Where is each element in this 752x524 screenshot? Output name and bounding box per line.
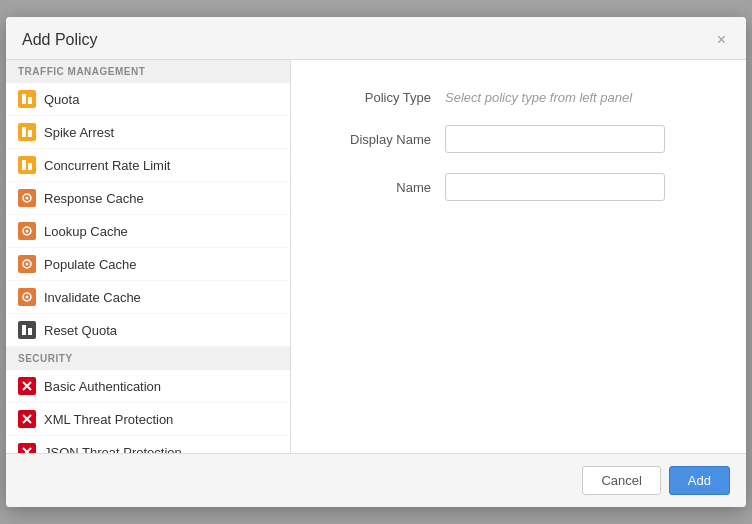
lookup-cache-label: Lookup Cache (44, 224, 128, 239)
policy-item-spike-arrest[interactable]: Spike Arrest (6, 116, 290, 149)
json-threat-icon (18, 443, 36, 453)
quota-label: Quota (44, 92, 79, 107)
name-input[interactable] (445, 173, 665, 201)
add-policy-modal: Add Policy × TRAFFIC MANAGEMENT Quota (6, 17, 746, 507)
policy-item-lookup-cache[interactable]: Lookup Cache (6, 215, 290, 248)
basic-auth-label: Basic Authentication (44, 379, 161, 394)
invalidate-cache-label: Invalidate Cache (44, 290, 141, 305)
policy-type-label: Policy Type (331, 90, 431, 105)
svg-rect-1 (28, 97, 32, 104)
modal-title: Add Policy (22, 31, 98, 49)
svg-point-11 (26, 263, 29, 266)
left-panel: TRAFFIC MANAGEMENT Quota Spike Arrest (6, 60, 291, 453)
svg-rect-4 (22, 160, 26, 170)
cancel-button[interactable]: Cancel (582, 466, 660, 495)
policy-item-reset-quota[interactable]: Reset Quota (6, 314, 290, 347)
lookup-cache-icon (18, 222, 36, 240)
svg-rect-15 (28, 328, 32, 335)
close-button[interactable]: × (713, 31, 730, 49)
modal-header: Add Policy × (6, 17, 746, 60)
concurrent-rate-icon (18, 156, 36, 174)
spike-arrest-label: Spike Arrest (44, 125, 114, 140)
policy-item-invalidate-cache[interactable]: Invalidate Cache (6, 281, 290, 314)
spike-arrest-icon (18, 123, 36, 141)
svg-point-13 (26, 296, 29, 299)
policy-type-row: Policy Type Select policy type from left… (331, 90, 706, 105)
policy-item-populate-cache[interactable]: Populate Cache (6, 248, 290, 281)
right-panel: Policy Type Select policy type from left… (291, 60, 746, 453)
svg-rect-2 (22, 127, 26, 137)
svg-rect-0 (22, 94, 26, 104)
policy-item-quota[interactable]: Quota (6, 83, 290, 116)
reset-quota-icon (18, 321, 36, 339)
svg-point-7 (26, 197, 29, 200)
display-name-input[interactable] (445, 125, 665, 153)
populate-cache-icon (18, 255, 36, 273)
xml-threat-icon (18, 410, 36, 428)
basic-auth-icon (18, 377, 36, 395)
add-button[interactable]: Add (669, 466, 730, 495)
response-cache-label: Response Cache (44, 191, 144, 206)
svg-rect-3 (28, 130, 32, 137)
json-threat-label: JSON Threat Protection (44, 445, 182, 454)
section-security: SECURITY (6, 347, 290, 370)
display-name-label: Display Name (331, 132, 431, 147)
modal-overlay: Add Policy × TRAFFIC MANAGEMENT Quota (0, 0, 752, 524)
xml-threat-label: XML Threat Protection (44, 412, 173, 427)
response-cache-icon (18, 189, 36, 207)
svg-rect-14 (22, 325, 26, 335)
policy-item-json-threat[interactable]: JSON Threat Protection (6, 436, 290, 453)
name-row: Name (331, 173, 706, 201)
svg-rect-5 (28, 163, 32, 170)
section-traffic: TRAFFIC MANAGEMENT (6, 60, 290, 83)
policy-type-value: Select policy type from left panel (445, 90, 632, 105)
policy-item-basic-auth[interactable]: Basic Authentication (6, 370, 290, 403)
policy-item-xml-threat[interactable]: XML Threat Protection (6, 403, 290, 436)
display-name-row: Display Name (331, 125, 706, 153)
name-label: Name (331, 180, 431, 195)
left-panel-scroll[interactable]: TRAFFIC MANAGEMENT Quota Spike Arrest (6, 60, 290, 453)
modal-footer: Cancel Add (6, 453, 746, 507)
svg-point-9 (26, 230, 29, 233)
invalidate-cache-icon (18, 288, 36, 306)
policy-item-concurrent-rate[interactable]: Concurrent Rate Limit (6, 149, 290, 182)
populate-cache-label: Populate Cache (44, 257, 137, 272)
policy-item-response-cache[interactable]: Response Cache (6, 182, 290, 215)
quota-icon (18, 90, 36, 108)
concurrent-rate-label: Concurrent Rate Limit (44, 158, 170, 173)
modal-body: TRAFFIC MANAGEMENT Quota Spike Arrest (6, 60, 746, 453)
reset-quota-label: Reset Quota (44, 323, 117, 338)
